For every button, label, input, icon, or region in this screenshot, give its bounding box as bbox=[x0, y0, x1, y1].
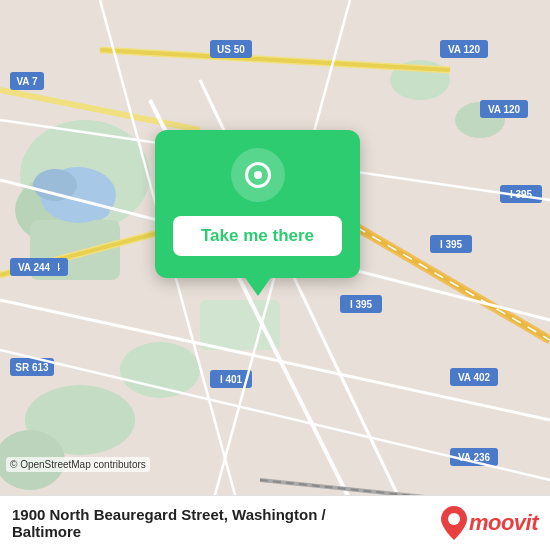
svg-text:I 395: I 395 bbox=[440, 239, 463, 250]
svg-text:SR 613: SR 613 bbox=[15, 362, 49, 373]
take-me-there-button[interactable]: Take me there bbox=[173, 216, 342, 256]
svg-text:VA 7: VA 7 bbox=[16, 76, 38, 87]
svg-text:US 50: US 50 bbox=[217, 44, 245, 55]
moovit-text: moovit bbox=[469, 510, 538, 536]
svg-point-5 bbox=[33, 169, 77, 201]
osm-credit: © OpenStreetMap contributors bbox=[6, 457, 150, 472]
svg-text:VA 120: VA 120 bbox=[488, 104, 521, 115]
svg-text:VA 120: VA 120 bbox=[448, 44, 481, 55]
svg-text:I 395: I 395 bbox=[350, 299, 373, 310]
svg-text:VA 244: VA 244 bbox=[18, 262, 51, 273]
svg-point-10 bbox=[120, 342, 200, 398]
map-container: I 395 I 395 I 401 VA 244 US 50 VA 7 VA 2… bbox=[0, 0, 550, 550]
location-card: Take me there bbox=[155, 130, 360, 278]
address-block: 1900 North Beauregard Street, Washington… bbox=[12, 506, 326, 540]
moovit-logo: moovit bbox=[441, 506, 538, 540]
svg-point-57 bbox=[448, 513, 460, 525]
pin-icon-wrapper bbox=[231, 148, 285, 202]
svg-text:VA 402: VA 402 bbox=[458, 372, 491, 383]
location-pin-icon bbox=[245, 162, 271, 188]
bottom-bar: 1900 North Beauregard Street, Washington… bbox=[0, 495, 550, 550]
pin-dot bbox=[254, 171, 262, 179]
moovit-pin-icon bbox=[441, 506, 467, 540]
svg-rect-9 bbox=[200, 300, 280, 350]
address-line: 1900 North Beauregard Street, Washington… bbox=[12, 506, 326, 523]
city-line: Baltimore bbox=[12, 523, 326, 540]
svg-text:I 401: I 401 bbox=[220, 374, 243, 385]
